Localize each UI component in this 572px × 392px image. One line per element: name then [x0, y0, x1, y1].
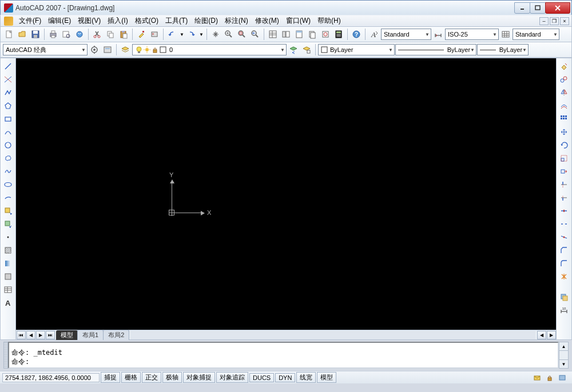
markup-set-button[interactable]	[319, 28, 332, 41]
ortho-toggle[interactable]: 正交	[142, 372, 161, 383]
redo-button[interactable]	[185, 28, 198, 41]
join-button[interactable]	[558, 231, 570, 243]
menu-draw[interactable]: 绘图(D)	[191, 15, 221, 27]
polyline-button[interactable]	[2, 86, 14, 99]
gradient-button[interactable]	[2, 257, 14, 270]
zoom-previous-button[interactable]	[249, 28, 261, 41]
lock-ui-icon[interactable]	[545, 373, 555, 383]
coordinates-display[interactable]: 2754.1827, 1862.4956, 0.0000	[2, 373, 100, 382]
hscroll-right-button[interactable]: ▶	[547, 331, 556, 339]
color-dropdown[interactable]: ByLayer ▼	[318, 44, 395, 55]
workspace-dropdown[interactable]: AutoCAD 经典▼	[3, 44, 88, 55]
model-toggle[interactable]: 模型	[317, 372, 336, 383]
menu-insert[interactable]: 插入(I)	[104, 15, 131, 27]
tab-prev-button[interactable]: ◀	[26, 331, 35, 339]
text-style-dropdown[interactable]: Standard▼	[381, 29, 431, 40]
hatch-button[interactable]	[2, 244, 14, 257]
copy-object-button[interactable]	[558, 73, 570, 86]
close-button[interactable]	[545, 2, 570, 14]
properties-button[interactable]	[267, 28, 279, 41]
tab-first-button[interactable]: ⏮	[17, 331, 26, 339]
pan-button[interactable]	[209, 28, 222, 41]
draworder-button[interactable]	[558, 291, 570, 303]
chamfer-button[interactable]	[558, 244, 570, 257]
extend-button[interactable]	[558, 191, 570, 204]
publish-button[interactable]	[73, 28, 86, 41]
erase-button[interactable]	[558, 60, 570, 73]
lineweight-dropdown[interactable]: ByLayer ▼	[477, 44, 529, 55]
table-style-icon[interactable]	[499, 28, 512, 41]
command-input[interactable]: 命令: _mtedit 命令:	[8, 342, 559, 369]
polygon-button[interactable]	[2, 99, 14, 112]
copy-button[interactable]	[104, 28, 117, 41]
offset-button[interactable]	[558, 99, 570, 112]
revision-cloud-button[interactable]	[2, 152, 14, 165]
snap-toggle[interactable]: 捕捉	[101, 372, 120, 383]
command-scroll-down[interactable]: ▼	[559, 359, 568, 368]
break-at-point-button[interactable]	[558, 205, 570, 217]
menu-help[interactable]: 帮助(H)	[314, 15, 344, 27]
linetype-dropdown[interactable]: ByLayer ▼	[395, 44, 476, 55]
paste-button[interactable]	[117, 28, 130, 41]
break-button[interactable]	[558, 218, 570, 230]
scale-button[interactable]	[558, 152, 570, 165]
cut-button[interactable]	[91, 28, 104, 41]
menu-file[interactable]: 文件(F)	[15, 15, 45, 27]
workspace-save-button[interactable]	[101, 43, 114, 56]
match-properties-button[interactable]	[135, 28, 148, 41]
communication-center-icon[interactable]	[532, 373, 542, 383]
hscroll-left-button[interactable]: ◀	[537, 331, 546, 339]
table-button[interactable]	[2, 283, 14, 296]
menu-tools[interactable]: 工具(T)	[162, 15, 191, 27]
plot-preview-button[interactable]	[60, 28, 73, 41]
array-button[interactable]	[558, 113, 570, 125]
dim-style-dropdown[interactable]: ISO-25▼	[445, 29, 499, 40]
trim-button[interactable]	[558, 178, 570, 191]
fillet-button[interactable]	[558, 257, 570, 270]
osnap-toggle[interactable]: 对象捕捉	[183, 372, 215, 383]
save-button[interactable]	[29, 28, 42, 41]
design-center-button[interactable]	[280, 28, 292, 41]
ducs-toggle[interactable]: DUCS	[249, 373, 274, 382]
mdi-close-button[interactable]: ×	[560, 17, 569, 25]
tool-palettes-button[interactable]	[293, 28, 305, 41]
tab-layout1[interactable]: 布局1	[77, 330, 104, 340]
menu-modify[interactable]: 修改(M)	[252, 15, 283, 27]
ellipse-arc-button[interactable]	[2, 191, 14, 204]
menu-format[interactable]: 格式(O)	[132, 15, 162, 27]
dimension-button[interactable]: 10	[558, 304, 570, 317]
undo-button[interactable]	[166, 28, 178, 41]
explode-button[interactable]	[558, 270, 570, 283]
new-button[interactable]	[3, 28, 15, 41]
region-button[interactable]	[2, 270, 14, 283]
quickcalc-button[interactable]	[332, 28, 345, 41]
stretch-button[interactable]	[558, 165, 570, 178]
sheet-set-manager-button[interactable]	[306, 28, 319, 41]
menu-edit[interactable]: 编辑(E)	[45, 15, 74, 27]
construction-line-button[interactable]	[2, 73, 14, 86]
clean-screen-icon[interactable]	[557, 373, 567, 383]
zoom-realtime-button[interactable]	[223, 28, 235, 41]
layer-dropdown[interactable]: 0 ▼	[132, 44, 287, 55]
redo-dropdown[interactable]: ▼	[198, 28, 204, 41]
circle-button[interactable]	[2, 139, 14, 151]
layer-state-button[interactable]	[300, 43, 313, 56]
line-button[interactable]	[2, 60, 14, 73]
ellipse-button[interactable]	[2, 178, 14, 191]
polar-toggle[interactable]: 极轴	[162, 372, 182, 383]
command-grip[interactable]	[3, 342, 8, 369]
spline-button[interactable]	[2, 165, 14, 178]
dyn-toggle[interactable]: DYN	[275, 373, 295, 382]
minimize-button[interactable]	[514, 2, 530, 14]
text-style-icon[interactable]: A	[368, 28, 380, 41]
command-scroll-up[interactable]: ▲	[559, 342, 568, 351]
table-style-dropdown[interactable]: Standard▼	[513, 29, 559, 40]
command-scrollbar[interactable]: ▲ ▼	[559, 342, 569, 369]
rotate-button[interactable]	[558, 139, 570, 151]
mdi-minimize-button[interactable]: –	[539, 17, 549, 25]
move-button[interactable]	[558, 126, 570, 138]
point-button[interactable]	[2, 231, 14, 243]
menu-window[interactable]: 窗口(W)	[283, 15, 314, 27]
dim-style-icon[interactable]	[432, 28, 444, 41]
undo-dropdown[interactable]: ▼	[179, 28, 185, 41]
